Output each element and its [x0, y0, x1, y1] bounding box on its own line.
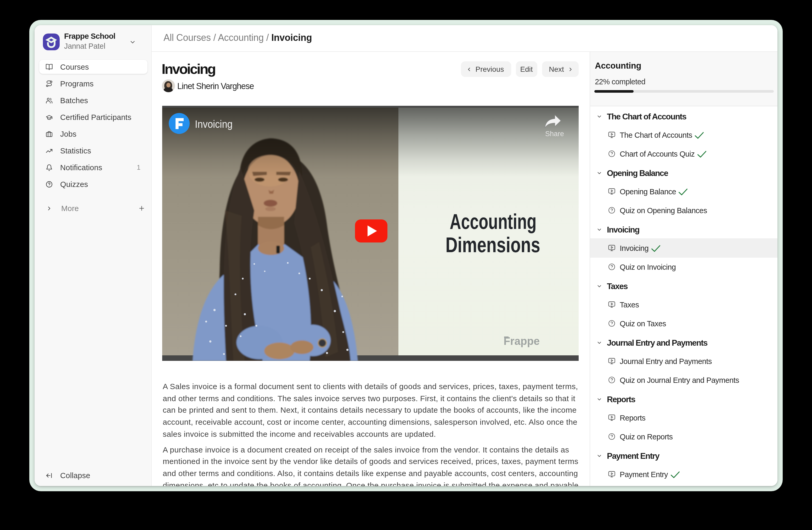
svg-text:Frappe: Frappe	[503, 335, 539, 348]
svg-text:Invoicing: Invoicing	[194, 118, 232, 130]
svg-text:Share: Share	[545, 130, 564, 138]
svg-text:Accounting: Accounting	[449, 210, 536, 234]
svg-text:Dimensions: Dimensions	[445, 233, 540, 257]
